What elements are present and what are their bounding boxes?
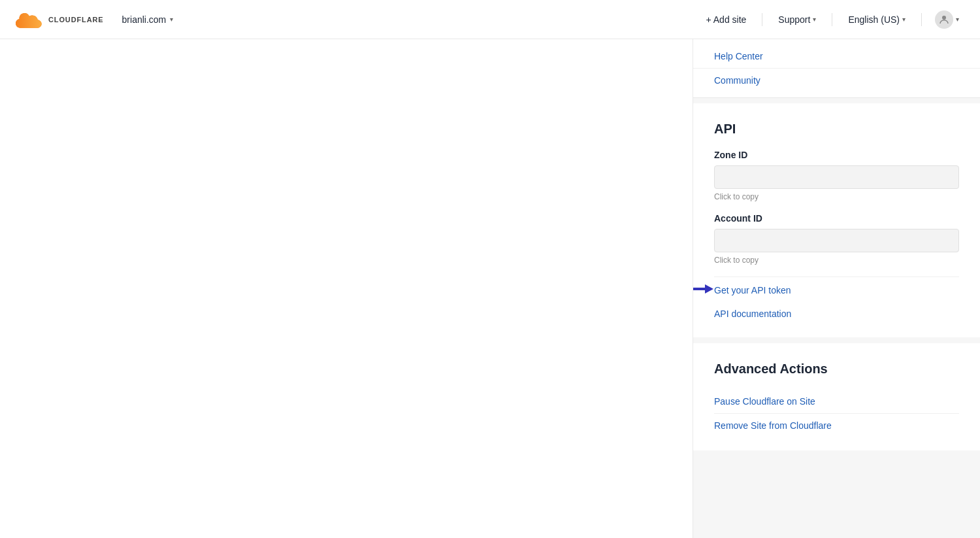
svg-point-0 [942, 16, 946, 20]
arrow-line [693, 288, 706, 290]
remove-site-link[interactable]: Remove Site from Cloudflare [714, 413, 959, 437]
add-site-button[interactable]: + Add site [698, 10, 754, 29]
get-api-token-link[interactable]: Get your API token [714, 285, 791, 295]
header-divider [762, 13, 762, 26]
account-id-hint: Click to copy [714, 256, 959, 265]
api-section: API Zone ID Click to copy Account ID Cli… [693, 103, 980, 337]
advanced-actions-title: Advanced Actions [714, 361, 959, 377]
add-site-label: + Add site [706, 14, 746, 25]
site-name: brianli.com [122, 14, 167, 25]
header: CLOUDFLARE brianli.com ▾ + Add site Supp… [0, 0, 980, 39]
zone-id-input[interactable] [714, 165, 959, 189]
pause-cloudflare-link[interactable]: Pause Cloudflare on Site [714, 390, 959, 413]
header-right: + Add site Support ▾ English (US) ▾ ▾ [698, 7, 964, 33]
arrow-head-icon [705, 284, 713, 294]
support-label: Support [778, 14, 810, 25]
api-documentation-link[interactable]: API documentation [714, 303, 959, 324]
account-id-label: Account ID [714, 213, 959, 224]
language-chevron-icon: ▾ [902, 16, 906, 23]
account-id-input[interactable] [714, 229, 959, 252]
language-button[interactable]: English (US) ▾ [840, 10, 913, 29]
community-link[interactable]: Community [693, 69, 980, 92]
api-section-title: API [714, 122, 959, 137]
advanced-actions-section: Advanced Actions Pause Cloudflare on Sit… [693, 343, 980, 450]
header-divider-3 [921, 13, 922, 26]
separator-2 [693, 338, 980, 343]
logo-text: CLOUDFLARE [48, 16, 104, 24]
site-chevron-icon: ▾ [170, 16, 173, 23]
main-layout: Help Center Community API Zone ID Click … [0, 39, 980, 538]
arrow-annotation [693, 288, 706, 290]
site-selector[interactable]: brianli.com ▾ [117, 12, 179, 27]
right-panel: Help Center Community API Zone ID Click … [693, 39, 980, 538]
user-avatar-icon [935, 10, 953, 29]
support-button[interactable]: Support ▾ [770, 10, 824, 29]
support-dropdown-menu: Help Center Community [693, 39, 980, 98]
person-icon [938, 14, 950, 25]
api-token-row: Get your API token [714, 277, 959, 301]
support-chevron-icon: ▾ [813, 16, 816, 23]
zone-id-hint: Click to copy [714, 192, 959, 201]
cloudflare-logo[interactable]: CLOUDFLARE [16, 10, 104, 29]
zone-id-label: Zone ID [714, 150, 959, 160]
user-chevron-icon: ▾ [956, 16, 959, 23]
language-label: English (US) [848, 14, 900, 25]
left-panel [0, 39, 693, 538]
help-center-link[interactable]: Help Center [693, 44, 980, 69]
cloudflare-logo-icon [16, 10, 44, 29]
separator-1 [693, 98, 980, 103]
header-divider-2 [832, 13, 832, 26]
user-menu-button[interactable]: ▾ [930, 7, 964, 33]
